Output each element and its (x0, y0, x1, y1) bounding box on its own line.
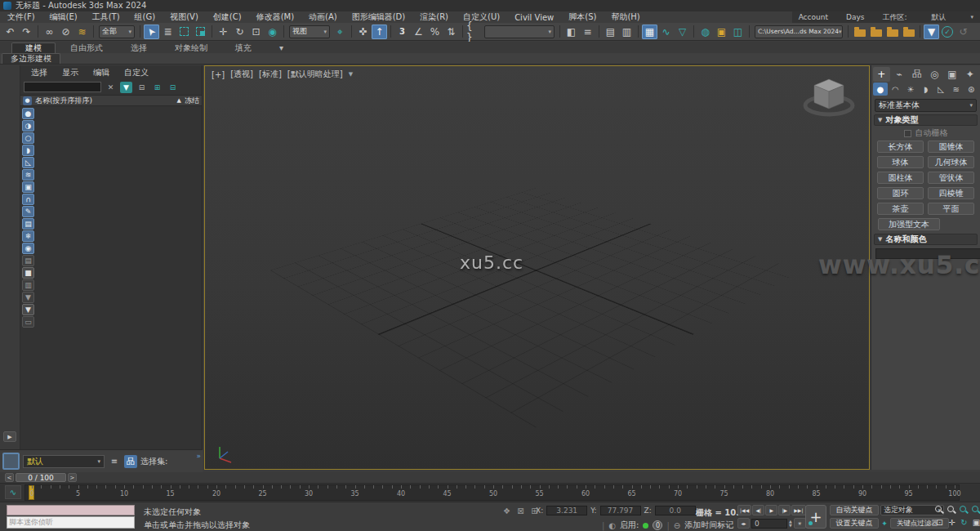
tab-motion[interactable]: ◎ (926, 67, 943, 82)
select-and-scale-icon[interactable]: ⊡ (248, 25, 264, 39)
prev-frame-button[interactable]: ◀| (752, 505, 764, 515)
sort-ascending-icon[interactable]: ▲ (177, 97, 181, 104)
tab-create[interactable]: + (873, 67, 890, 82)
globe-icon[interactable]: ◐ (608, 521, 616, 530)
z-coordinate-field[interactable]: 0.0 (655, 506, 696, 515)
subtab-polygon-modeling[interactable]: 多边形建模 (2, 53, 60, 64)
explorer-menu-display[interactable]: 显示 (55, 67, 86, 78)
explorer-menu-select[interactable]: 选择 (24, 67, 55, 78)
display-frozen-icon[interactable]: ❄ (22, 230, 34, 242)
folder-open-icon[interactable] (868, 25, 884, 39)
select-and-place-icon[interactable]: ◉ (265, 25, 280, 39)
align-icon[interactable]: ≡ (580, 25, 595, 39)
tab-modeling[interactable]: 建模 (11, 42, 56, 53)
spinner-snap-icon[interactable]: ⇅ (443, 25, 459, 39)
selection-filter-dropdown[interactable]: 全部▾ (99, 25, 135, 38)
display-shapes-icon[interactable]: ✎ (22, 206, 34, 217)
explorer-column-header[interactable]: ● 名称(按升序排序) ▲ 冻结 (20, 95, 202, 106)
button-cone[interactable]: 圆锥体 (928, 141, 974, 153)
collapse-all-icon[interactable]: ⊟ (167, 82, 179, 93)
expand-all-icon[interactable]: ⊞ (151, 82, 163, 93)
mirror-icon[interactable]: ◧ (564, 25, 579, 39)
column-frozen-header[interactable]: 冻结 (185, 96, 199, 106)
viewport-menu-shading[interactable]: [默认明暗处理] (287, 69, 343, 80)
angle-snap-icon[interactable]: ∠ (411, 25, 426, 39)
tab-utilities[interactable]: ✦ (961, 67, 978, 82)
display-lights-icon[interactable]: ○ (22, 132, 34, 144)
ribbon-toggle-icon[interactable]: ▦ (642, 25, 657, 39)
go-start-button[interactable]: |◀◀ (737, 505, 751, 515)
category-geometry-icon[interactable]: ● (873, 83, 888, 96)
perspective-viewport[interactable]: [+][透视][标准][默认明暗处理]▼ xu5.cc (204, 65, 870, 470)
filter-dim-icon[interactable]: ▼ (22, 292, 34, 303)
tab-object-paint[interactable]: 对象绘制 (162, 42, 220, 53)
redo-icon[interactable]: ↷ (19, 25, 34, 39)
button-cylinder[interactable]: 圆柱体 (877, 172, 924, 184)
scene-explorer-toggle-icon[interactable]: ▤ (603, 25, 618, 39)
snap-toggle-3d-icon[interactable]: 3 (394, 25, 410, 39)
frame-spinner[interactable]: ▲▼ (789, 520, 792, 528)
more-options-icon[interactable]: » (196, 452, 201, 460)
tab-freeform[interactable]: 自由形式 (57, 42, 116, 53)
auto-key-button[interactable]: 自动关键点 (830, 505, 879, 515)
search-input[interactable] (24, 82, 101, 92)
timeline-ruler[interactable]: 0510152025303540455055606570758085909510… (24, 484, 960, 501)
bind-to-spacewarp-icon[interactable]: ≋ (74, 25, 90, 39)
button-textplus[interactable]: 加强型文本 (878, 218, 940, 230)
pan-icon[interactable]: ✛ (947, 517, 957, 528)
maximize-viewport-icon[interactable]: ▣ (971, 517, 980, 528)
category-lights-icon[interactable]: ☀ (903, 83, 918, 96)
display-helpers-icon[interactable]: ◺ (22, 157, 34, 168)
schematic-view-icon[interactable]: ▽ (675, 25, 690, 39)
viewport-layout-tab[interactable] (2, 453, 20, 470)
select-and-manipulate-icon[interactable]: ✜ (355, 25, 371, 39)
enabled-indicator[interactable] (643, 523, 648, 529)
column-name-header[interactable]: 名称(按升序排序) (35, 96, 174, 106)
viewport-filter-icon[interactable]: ▼ (349, 71, 353, 78)
key-filter-icon[interactable]: ✦ (880, 520, 889, 528)
lock-explorer-icon[interactable]: ⊟ (136, 82, 148, 93)
menu-graph-editors[interactable]: 图形编辑器(D) (345, 11, 413, 23)
button-geosphere[interactable]: 几何球体 (928, 156, 974, 168)
explorer-menu-customize[interactable]: 自定义 (117, 67, 156, 78)
menu-create[interactable]: 创建(C) (206, 11, 249, 23)
sort-by-icon[interactable]: ▤ (22, 255, 34, 266)
undo-icon[interactable]: ↶ (2, 25, 18, 39)
y-coordinate-field[interactable]: 77.797 (600, 506, 641, 515)
rollout-object-type[interactable]: ▼ 对象类型 (874, 114, 978, 126)
rollout-name-color[interactable]: ▼ 名称和颜色 (874, 234, 978, 245)
menu-file[interactable]: 文件(F) (0, 11, 42, 23)
menu-views[interactable]: 视图(V) (163, 11, 206, 23)
set-key-button[interactable]: 设置关键点 (830, 518, 879, 529)
display-all-icon[interactable]: ● (22, 108, 34, 119)
time-configuration-icon[interactable]: ✳ (794, 518, 806, 529)
days-label[interactable]: Days (846, 13, 864, 21)
region-zoom-icon[interactable]: ⊡ (934, 517, 945, 528)
orbit-icon[interactable]: ↻ (959, 517, 969, 528)
zoom-extents-icon[interactable] (959, 505, 969, 515)
folder-link-icon[interactable] (901, 25, 916, 39)
tab-display[interactable]: ▣ (944, 67, 961, 82)
display-hidden-icon[interactable]: ◉ (22, 243, 34, 254)
zoom-all-icon[interactable] (947, 505, 957, 515)
ribbon-config-icon[interactable]: ▾ (266, 42, 296, 53)
named-selection-dropdown[interactable]: ▾ (484, 25, 555, 38)
tab-selection[interactable]: 选择 (118, 42, 160, 53)
curve-editor-icon[interactable]: ∿ (658, 25, 674, 39)
expand-strip-button[interactable]: ▶ (3, 431, 16, 442)
current-frame-field[interactable]: 0 (751, 519, 787, 529)
select-object-icon[interactable]: ➤ (144, 25, 159, 39)
mini-curve-editor-icon[interactable]: ∿ (5, 485, 21, 499)
display-cameras-icon[interactable]: ◗ (22, 145, 34, 156)
display-groups-icon[interactable]: ▣ (22, 181, 34, 193)
menu-rendering[interactable]: 渲染(R) (412, 11, 456, 23)
search-clear-icon[interactable]: ✕ (105, 82, 117, 93)
render-flyout-icon[interactable]: ↺ (956, 25, 971, 39)
select-and-link-icon[interactable]: ∞ (42, 25, 57, 39)
button-torus[interactable]: 圆环 (877, 187, 924, 199)
display-bones-icon[interactable]: ∩ (22, 194, 34, 205)
properties-icon[interactable]: ▥ (22, 279, 34, 291)
reference-coordinate-dropdown[interactable]: 视图▾ (289, 25, 330, 38)
folder-export-icon[interactable] (884, 25, 900, 39)
frame-next-button[interactable]: > (68, 473, 77, 482)
